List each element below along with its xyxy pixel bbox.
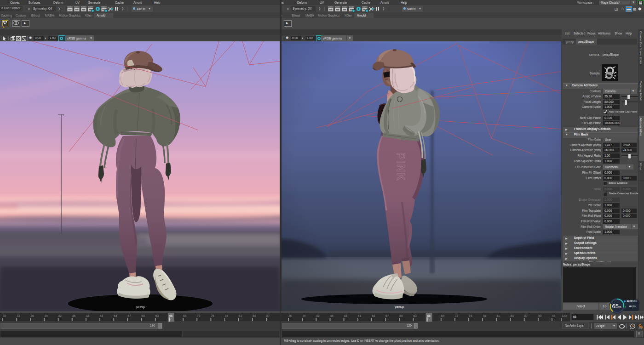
svg-text:48: 48 <box>344 314 348 317</box>
svg-text:87: 87 <box>266 314 270 317</box>
svg-text:78: 78 <box>483 314 486 317</box>
svg-text:81: 81 <box>239 314 242 317</box>
svg-text:69: 69 <box>183 314 187 317</box>
svg-text:54: 54 <box>114 314 117 317</box>
svg-text:75: 75 <box>211 314 214 317</box>
svg-text:51: 51 <box>358 314 362 317</box>
svg-text:63: 63 <box>155 314 159 317</box>
svg-text:57: 57 <box>385 314 389 317</box>
svg-text:45: 45 <box>72 314 76 317</box>
svg-text:90: 90 <box>538 314 542 317</box>
svg-text:63: 63 <box>413 314 417 317</box>
svg-text:120: 120 <box>562 314 567 317</box>
svg-text:48: 48 <box>86 314 90 317</box>
svg-text:84: 84 <box>511 314 514 317</box>
svg-text:45: 45 <box>330 314 334 317</box>
svg-text:36: 36 <box>30 314 34 317</box>
svg-text:60: 60 <box>142 314 145 317</box>
svg-text:69: 69 <box>441 314 445 317</box>
svg-text:42: 42 <box>58 314 62 317</box>
svg-text:72: 72 <box>455 314 459 317</box>
svg-text:persp: persp <box>136 305 145 309</box>
svg-text:66: 66 <box>427 314 431 317</box>
svg-text:87: 87 <box>524 314 528 317</box>
svg-text:39: 39 <box>302 314 306 317</box>
svg-text:51: 51 <box>100 314 104 317</box>
svg-text:30: 30 <box>3 314 6 317</box>
svg-text:57: 57 <box>127 314 131 317</box>
svg-text:72: 72 <box>197 314 201 317</box>
svg-text:36: 36 <box>288 314 292 317</box>
svg-text:81: 81 <box>496 314 500 317</box>
svg-text:78: 78 <box>225 314 229 317</box>
svg-text:39: 39 <box>45 314 48 317</box>
svg-text:75: 75 <box>469 314 472 317</box>
svg-text:60: 60 <box>399 314 403 317</box>
svg-text:93: 93 <box>552 314 556 317</box>
svg-text:42: 42 <box>316 314 320 317</box>
svg-text:84: 84 <box>253 314 256 317</box>
svg-text:54: 54 <box>372 314 375 317</box>
svg-text:66: 66 <box>169 314 173 317</box>
svg-text:33: 33 <box>17 314 20 317</box>
svg-text:persp: persp <box>395 305 404 309</box>
